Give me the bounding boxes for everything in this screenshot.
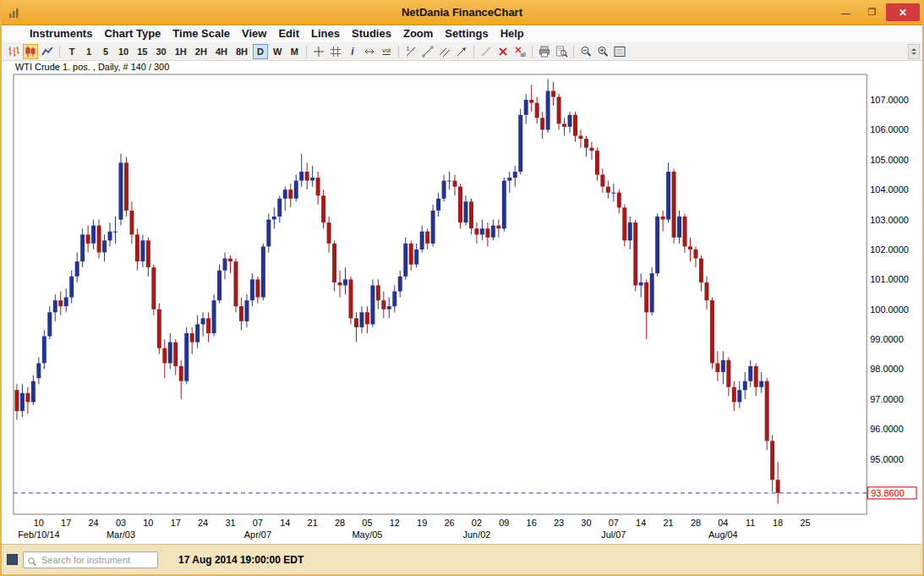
overflow-icon	[909, 45, 919, 58]
y-axis-label: 97.0000	[870, 394, 904, 404]
line-chart-button[interactable]	[40, 44, 55, 59]
x-axis-month-label: Mar/03	[107, 529, 135, 540]
x-axis-tick-label: 05	[362, 518, 372, 528]
line-chart-icon	[41, 45, 54, 58]
menu-item-view[interactable]: View	[236, 25, 272, 42]
minimize-button[interactable]: —	[834, 3, 858, 21]
timeframe-button-d[interactable]: D	[253, 44, 268, 59]
timeframe-button-5[interactable]: 5	[98, 44, 113, 59]
svg-text:1: 1	[407, 46, 410, 52]
timeframe-button-m[interactable]: M	[287, 44, 302, 59]
x-axis-tick-label: 17	[61, 518, 71, 528]
search-icon	[27, 555, 37, 568]
zoom-in-button[interactable]	[595, 44, 610, 59]
timeframe-button-15[interactable]: 15	[134, 44, 150, 59]
y-axis-label: 98.0000	[870, 364, 904, 374]
toolbar-overflow-button[interactable]	[908, 44, 920, 59]
y-axis-label: 100.0000	[870, 304, 909, 315]
timeframe-button-8h[interactable]: 8H	[232, 44, 251, 59]
print-button[interactable]	[537, 44, 552, 59]
trendline-button[interactable]: 1	[403, 44, 418, 59]
delete-all-icon: all	[513, 45, 527, 58]
menu-item-settings[interactable]: Settings	[439, 25, 494, 42]
h-scroll-button[interactable]	[362, 44, 377, 59]
zoom-out-button[interactable]	[578, 44, 593, 59]
toolbar-separator	[306, 46, 307, 58]
toolbar-separator	[398, 46, 399, 58]
menu-item-lines[interactable]: Lines	[305, 25, 346, 42]
zoom-out-icon	[579, 45, 593, 58]
x-axis-tick-label: 26	[444, 518, 454, 528]
x-axis-tick-label: 10	[143, 518, 153, 528]
crosshair-icon	[312, 45, 325, 58]
instrument-label: WTI Crude 1. pos. , Daily, # 140 / 300	[15, 62, 169, 72]
timeframe-button-1h[interactable]: 1H	[172, 44, 190, 59]
timeframe-button-30[interactable]: 30	[153, 44, 170, 59]
ray-icon	[421, 45, 435, 58]
toolbar-separator	[532, 46, 533, 58]
search-input[interactable]	[40, 554, 154, 566]
window-controls: — ❐ ✕	[834, 0, 922, 25]
close-button[interactable]: ✕	[886, 3, 920, 21]
bar-chart-button[interactable]	[6, 44, 21, 59]
print-preview-button[interactable]	[554, 44, 569, 59]
candlestick-chart-button[interactable]	[23, 44, 38, 59]
timeframe-button-10[interactable]: 10	[115, 44, 132, 59]
remove-line-icon	[479, 45, 493, 58]
svg-text:i: i	[352, 46, 355, 58]
timeframe-button-2h[interactable]: 2H	[192, 44, 210, 59]
x-axis-tick-label: 14	[636, 518, 646, 528]
menu-item-zoom[interactable]: Zoom	[397, 25, 439, 42]
ray-button[interactable]	[420, 44, 435, 59]
x-axis-month-label: Aug/04	[708, 529, 738, 540]
title-bar[interactable]: NetDania FinanceChart — ❐ ✕	[2, 0, 922, 25]
timeframe-button-t[interactable]: T	[64, 44, 79, 59]
x-axis-tick-label: 28	[335, 518, 345, 528]
volume-icon: vol	[380, 45, 393, 58]
zoom-in-icon	[596, 45, 610, 58]
trendline-icon: 1	[404, 45, 418, 58]
menu-item-instruments[interactable]: Instruments	[24, 25, 98, 42]
x-axis-month-label: Jul/07	[601, 529, 626, 540]
zoom-fit-button[interactable]	[612, 44, 627, 59]
x-axis-tick-label: 07	[253, 518, 263, 528]
search-box[interactable]	[23, 551, 158, 568]
search-icon	[27, 555, 37, 565]
x-axis-tick-label: 09	[499, 518, 509, 528]
timeframe-button-1[interactable]: 1	[81, 44, 96, 59]
h-arrows-icon	[363, 45, 376, 58]
y-axis-label: 107.0000	[870, 95, 909, 105]
x-axis-tick-label: 25	[800, 518, 810, 528]
y-axis-label: 102.0000	[870, 244, 909, 255]
remove-line-button[interactable]	[478, 44, 494, 59]
candlestick-chart[interactable]: WTI Crude 1. pos. , Daily, # 140 / 30010…	[2, 61, 922, 544]
menu-item-edit[interactable]: Edit	[272, 25, 305, 42]
volume-button[interactable]: vol	[379, 44, 394, 59]
timeframe-button-w[interactable]: W	[270, 44, 285, 59]
chart-plot[interactable]: WTI Crude 1. pos. , Daily, # 140 / 30010…	[2, 61, 922, 544]
y-axis-label: 105.0000	[870, 155, 909, 165]
menu-item-chart-type[interactable]: Chart Type	[98, 25, 167, 42]
delete-all-button[interactable]: all	[512, 44, 528, 59]
app-icon	[8, 6, 21, 19]
x-axis-tick-label: 24	[198, 518, 208, 528]
crosshair-button[interactable]	[311, 44, 326, 59]
x-axis-tick-label: 07	[609, 518, 619, 528]
menu-item-studies[interactable]: Studies	[346, 25, 397, 42]
timeframe-button-4h[interactable]: 4H	[212, 44, 231, 59]
channel-button[interactable]	[437, 44, 452, 59]
delete-button[interactable]	[495, 44, 511, 59]
y-axis-label: 106.0000	[870, 124, 909, 134]
menu-item-help[interactable]: Help	[495, 25, 530, 42]
statusbar-logo-icon	[7, 554, 18, 565]
arrow-line-button[interactable]	[454, 44, 469, 59]
maximize-button[interactable]: ❐	[860, 3, 884, 21]
y-axis-label: 96.0000	[870, 424, 904, 434]
menu-item-time-scale[interactable]: Time Scale	[167, 25, 236, 42]
timestamp: 17 Aug 2014 19:00:00 EDT	[178, 554, 303, 566]
x-axis-tick-label: 14	[280, 518, 290, 528]
x-axis-tick-label: 24	[89, 518, 99, 528]
app-window: NetDania FinanceChart — ❐ ✕ InstrumentsC…	[0, 0, 924, 576]
info-button[interactable]: i	[345, 44, 360, 59]
grid-button[interactable]	[328, 44, 343, 59]
